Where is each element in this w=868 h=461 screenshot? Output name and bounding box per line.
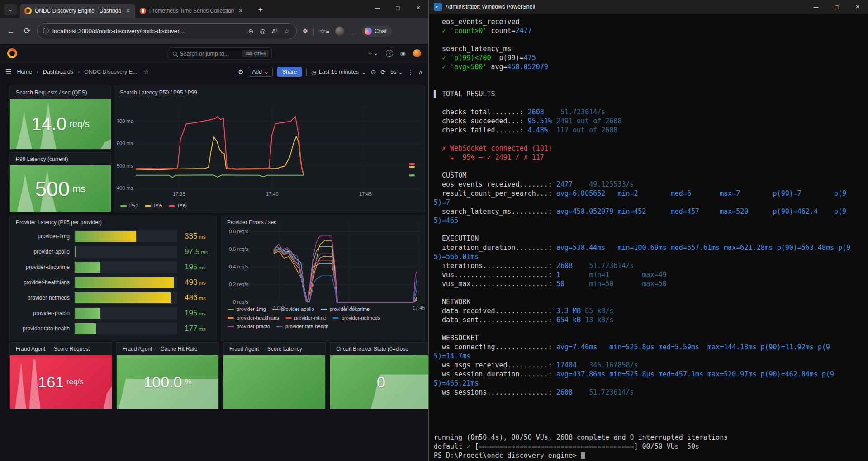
maximize-button[interactable]: ▢ xyxy=(826,0,847,14)
terminal-line: ws_sessions...............: 2608 51.7236… xyxy=(434,388,868,397)
time-range-picker[interactable]: ◷ Last 15 minutes ⌄ xyxy=(311,69,366,75)
terminal-line xyxy=(434,225,868,234)
kebab-menu-icon[interactable]: ⋮ xyxy=(408,68,414,75)
legend-item[interactable]: P99 xyxy=(169,203,187,208)
legend-item[interactable]: provider-netmeds xyxy=(332,315,380,320)
stat-value: 0 xyxy=(330,355,428,409)
read-aloud-icon[interactable]: A⁾ xyxy=(270,28,279,35)
refresh-dashboard-icon[interactable]: ⟳ xyxy=(380,68,386,75)
dashboard-settings-icon[interactable]: ⚙ xyxy=(238,68,244,75)
bar-gauge-row[interactable]: provider-tata-health177ms xyxy=(15,323,214,334)
favorites-list-icon[interactable]: ☆≡ xyxy=(318,27,331,35)
more-menu-icon[interactable]: … xyxy=(348,27,358,35)
panel-title: Fraud Agent — Score Request xyxy=(16,346,90,352)
copilot-chat-button[interactable]: Chat xyxy=(362,26,392,37)
panel-provider-errors[interactable]: Provider Errors / sec provider-1mgprovid… xyxy=(221,216,425,341)
zoom-out-time-icon[interactable]: ⊖ xyxy=(371,68,376,75)
address-bar[interactable]: ⓘ localhost:3000/d/ondc-discovery/ondc-d… xyxy=(37,23,297,39)
breadcrumb-home[interactable]: Home xyxy=(17,69,32,75)
bar-gauge-row[interactable]: provider-healthians493ms xyxy=(15,277,214,288)
bar-value: 493ms xyxy=(185,278,206,287)
panel-p99-latency[interactable]: P99 Latency (current) 500ms xyxy=(9,152,111,212)
x-axis-tick: 17:35 xyxy=(166,191,192,197)
legend-item[interactable]: provider-1mg xyxy=(228,306,266,312)
close-button[interactable]: ✕ xyxy=(408,0,428,15)
legend-color-mark xyxy=(228,309,234,310)
terminal-line: 5)=465 xyxy=(434,216,868,225)
favorite-star-icon[interactable]: ☆ xyxy=(282,28,291,35)
news-icon[interactable]: ◉ xyxy=(400,50,406,57)
tab-search-button[interactable]: ⌄ xyxy=(4,4,17,15)
refresh-icon[interactable]: ⟳ xyxy=(21,26,33,36)
bar-gauge-row[interactable]: provider-apollo97.5ms xyxy=(15,246,214,258)
terminal-line: eos_events_received.......: 2477 49.1255… xyxy=(434,180,868,189)
stat-value: 100.0% xyxy=(117,355,218,409)
collapse-toolbar-icon[interactable]: ∧ xyxy=(418,68,423,75)
minimize-button[interactable]: — xyxy=(367,0,388,15)
add-button[interactable]: Add ⌄ xyxy=(248,67,272,77)
grafana-profile-avatar[interactable] xyxy=(413,49,421,57)
panel-fraud-stat[interactable]: Fraud Agent — Score Request161req/s xyxy=(9,342,112,409)
back-icon[interactable]: ← xyxy=(5,27,17,36)
chevron-down-icon: ⌄ xyxy=(361,69,366,75)
panel-provider-latency[interactable]: Provider Latency (P95 per provider) prov… xyxy=(9,216,217,341)
panel-search-qps[interactable]: Search Requests / sec (QPS) 14.0req/s xyxy=(9,86,111,150)
prometheus-favicon-icon xyxy=(140,8,146,14)
legend-item[interactable]: provider-mfine xyxy=(285,315,326,320)
panel-fraud-stat[interactable]: Circuit Breaker State (0=close0 xyxy=(330,342,428,409)
tab-close-icon[interactable]: ✕ xyxy=(124,8,132,14)
new-tab-button[interactable]: ＋ xyxy=(256,4,264,14)
browser-tab-inactive[interactable]: Prometheus Time Series Collection ✕ xyxy=(135,4,248,18)
breadcrumb-separator: › xyxy=(37,69,38,75)
bar-gauge-row[interactable]: provider-1mg335ms xyxy=(15,230,214,242)
url-text[interactable]: localhost:3000/d/ondc-discovery/ondc-dis… xyxy=(52,28,243,34)
help-icon[interactable]: ? xyxy=(386,50,393,57)
browser-profile-avatar[interactable] xyxy=(335,27,344,36)
grafana-logo-icon[interactable] xyxy=(7,48,17,58)
legend-label: provider-practo xyxy=(237,324,270,329)
bar-gauge-row[interactable]: provider-practo195ms xyxy=(15,307,214,319)
terminal-line: checks_failed......: 4.48% 117 out of 26… xyxy=(434,126,868,135)
favorite-dashboard-icon[interactable]: ☆ xyxy=(144,69,149,75)
y-axis-tick: 0.2 req/s xyxy=(221,282,248,287)
y-axis-tick: 0.6 req/s xyxy=(221,246,248,252)
grafana-search-box[interactable]: Search or jump to... ⌨ ctrl+k xyxy=(169,47,272,60)
legend-item[interactable]: provider-healthians xyxy=(228,315,279,320)
browser-tab-strip: ⌄ ONDC Discovery Engine - Dashboa ✕ Prom… xyxy=(0,0,428,18)
maximize-button[interactable]: ▢ xyxy=(388,0,408,15)
provider-name: provider-healthians xyxy=(15,279,70,286)
breadcrumb-dashboards[interactable]: Dashboards xyxy=(43,69,73,75)
minimize-button[interactable]: — xyxy=(806,0,826,14)
provider-name: provider-1mg xyxy=(15,233,70,240)
refresh-interval-picker[interactable]: 5s ⌄ xyxy=(390,69,403,75)
site-info-icon[interactable]: ⓘ xyxy=(43,27,49,35)
extensions-icon[interactable]: ❖ xyxy=(300,27,310,35)
tab-close-icon[interactable]: ✕ xyxy=(237,8,244,14)
bar-gauge-row[interactable]: provider-docprime195ms xyxy=(15,261,214,273)
bar-track xyxy=(74,230,177,242)
menu-hamburger-icon[interactable]: ☰ xyxy=(5,68,11,76)
browser-tab-active[interactable]: ONDC Discovery Engine - Dashboa ✕ xyxy=(20,4,135,18)
bar-fill xyxy=(75,277,174,288)
legend-color-mark xyxy=(228,326,234,327)
zoom-out-icon[interactable]: ⊖ xyxy=(247,28,255,35)
panel-fraud-stat[interactable]: Fraud Agent — Cache Hit Rate100.0% xyxy=(116,342,219,409)
enhanced-protection-icon[interactable]: ◎ xyxy=(258,28,266,35)
breadcrumb-current[interactable]: ONDC Discovery E... xyxy=(84,69,137,75)
legend-item[interactable]: P50 xyxy=(120,203,138,208)
bar-gauge-row[interactable]: provider-netmeds486ms xyxy=(15,292,214,304)
bar-value: 335ms xyxy=(185,232,206,241)
share-button[interactable]: Share xyxy=(277,67,302,77)
close-button[interactable]: ✕ xyxy=(847,0,868,14)
powershell-title-bar[interactable]: >_ Administrator: Windows PowerShell — ▢… xyxy=(429,0,868,14)
legend-item[interactable]: provider-practo xyxy=(228,324,270,329)
legend-item[interactable]: P95 xyxy=(145,203,163,208)
panel-fraud-stat[interactable]: Fraud Agent — Score Latency xyxy=(223,342,326,409)
legend-item[interactable]: provider-tata-health xyxy=(276,324,328,329)
chart-legend: provider-1mgprovider-apolloprovider-docp… xyxy=(228,306,408,329)
legend-label: provider-tata-health xyxy=(285,324,328,329)
panel-search-latency-chart[interactable]: Search Latency P50 / P95 / P99 P50P95P99… xyxy=(114,86,425,212)
new-item-icon[interactable]: ＋⌄ xyxy=(367,49,379,57)
terminal-line: WEBSOCKET xyxy=(434,334,868,343)
terminal-output[interactable]: eos_events_received ✓ 'count>0' count=24… xyxy=(429,14,868,461)
